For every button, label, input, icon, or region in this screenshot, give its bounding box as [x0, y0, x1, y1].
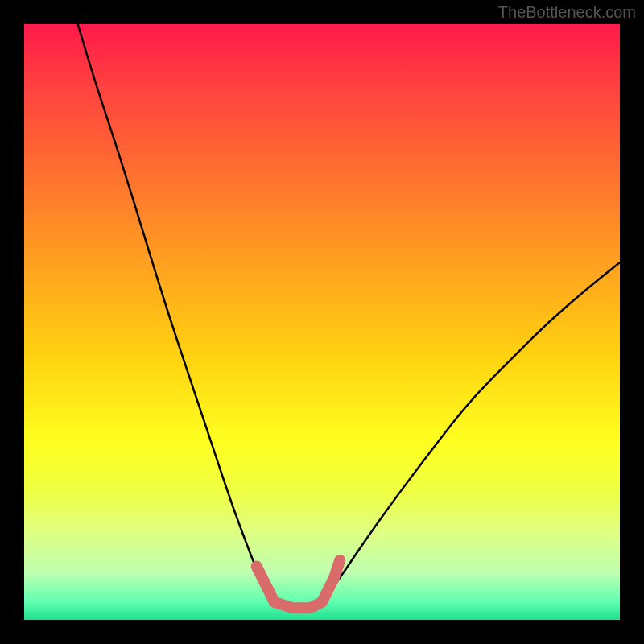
chart-svg: [24, 24, 620, 620]
curve-pink-trough: [257, 560, 341, 608]
curve-left-branch: [78, 24, 275, 602]
curve-right-branch: [322, 262, 620, 602]
watermark-text: TheBottleneck.com: [498, 3, 636, 22]
